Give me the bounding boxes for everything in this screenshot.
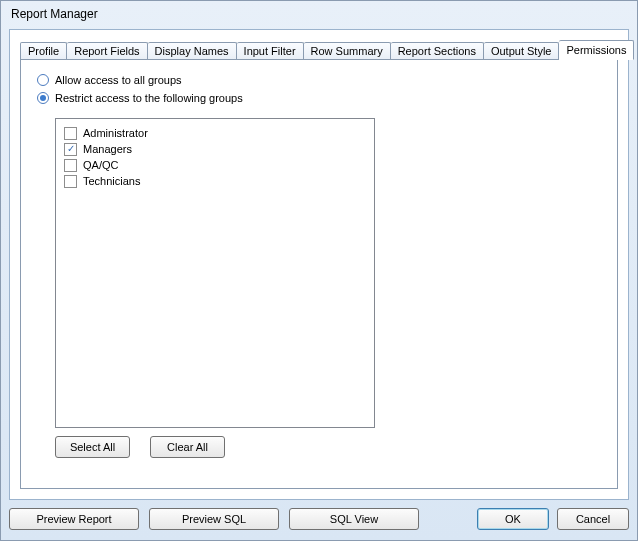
preview-sql-button[interactable]: Preview SQL [149, 508, 279, 530]
clear-all-button[interactable]: Clear All [150, 436, 225, 458]
checkbox-icon[interactable] [64, 175, 77, 188]
ok-button[interactable]: OK [477, 508, 549, 530]
tab-report-fields[interactable]: Report Fields [67, 42, 147, 60]
tab-label: Report Sections [398, 45, 476, 57]
tab-row-summary[interactable]: Row Summary [304, 42, 391, 60]
cancel-button[interactable]: Cancel [557, 508, 629, 530]
list-item[interactable]: Technicians [64, 173, 366, 189]
radio-label: Allow access to all groups [55, 74, 182, 86]
tab-label: Report Fields [74, 45, 139, 57]
tab-input-filter[interactable]: Input Filter [237, 42, 304, 60]
list-buttons-row: Select All Clear All [55, 436, 601, 458]
preview-report-button[interactable]: Preview Report [9, 508, 139, 530]
tab-label: Input Filter [244, 45, 296, 57]
radio-icon [37, 92, 49, 104]
group-label: Technicians [83, 175, 140, 187]
radio-label: Restrict access to the following groups [55, 92, 243, 104]
group-label: Managers [83, 143, 132, 155]
tab-permissions[interactable]: Permissions [559, 40, 634, 60]
group-label: QA/QC [83, 159, 118, 171]
tab-label: Row Summary [311, 45, 383, 57]
radio-restrict[interactable]: Restrict access to the following groups [37, 92, 601, 104]
list-item[interactable]: QA/QC [64, 157, 366, 173]
tab-strip: Profile Report Fields Display Names Inpu… [20, 40, 618, 60]
checkbox-icon[interactable] [64, 159, 77, 172]
tab-label: Display Names [155, 45, 229, 57]
tab-report-sections[interactable]: Report Sections [391, 42, 484, 60]
tab-label: Permissions [566, 44, 626, 56]
client-area: Profile Report Fields Display Names Inpu… [9, 29, 629, 500]
window-title: Report Manager [11, 7, 98, 21]
title-bar: Report Manager [1, 1, 637, 27]
sql-view-button[interactable]: SQL View [289, 508, 419, 530]
checkbox-icon[interactable]: ✓ [64, 143, 77, 156]
tab-profile[interactable]: Profile [20, 42, 67, 60]
radio-allow-all[interactable]: Allow access to all groups [37, 74, 601, 86]
groups-list[interactable]: Administrator ✓ Managers QA/QC Technicia… [55, 118, 375, 428]
list-item[interactable]: Administrator [64, 125, 366, 141]
select-all-button[interactable]: Select All [55, 436, 130, 458]
tab-label: Output Style [491, 45, 552, 57]
radio-dot-icon [40, 95, 46, 101]
dialog-button-bar: Preview Report Preview SQL SQL View OK C… [9, 506, 629, 532]
tab-display-names[interactable]: Display Names [148, 42, 237, 60]
tab-label: Profile [28, 45, 59, 57]
group-label: Administrator [83, 127, 148, 139]
tab-output-style[interactable]: Output Style [484, 42, 560, 60]
list-item[interactable]: ✓ Managers [64, 141, 366, 157]
window-frame: Report Manager Profile Report Fields Dis… [0, 0, 638, 541]
radio-icon [37, 74, 49, 86]
tab-panel-permissions: Allow access to all groups Restrict acce… [20, 59, 618, 489]
checkbox-icon[interactable] [64, 127, 77, 140]
